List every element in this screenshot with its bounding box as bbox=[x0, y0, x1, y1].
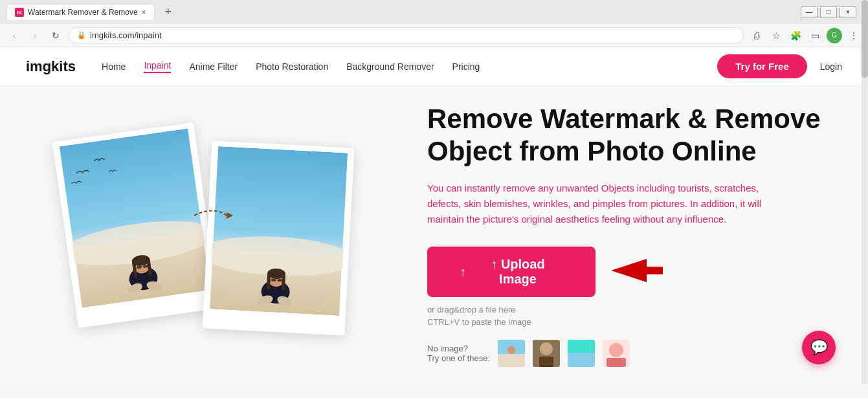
upload-btn-label: ↑ Upload Image bbox=[473, 257, 563, 287]
svg-rect-24 bbox=[271, 278, 276, 281]
hero-content: Remove Watermark & Remove Object from Ph… bbox=[401, 103, 842, 368]
profile-icon[interactable]: G bbox=[827, 28, 842, 43]
transition-arrow bbox=[191, 203, 236, 231]
login-link[interactable]: Login bbox=[820, 61, 842, 72]
scrollbar-thumb[interactable] bbox=[862, 0, 868, 78]
browser-tab[interactable]: IK Watermark Remover & Remove × bbox=[6, 4, 155, 20]
svg-rect-35 bbox=[568, 353, 595, 367]
browser-actions: ⎙ ☆ 🧩 ▭ G ⋮ bbox=[749, 28, 862, 43]
before-photo-svg bbox=[58, 128, 212, 308]
sample-thumb-2[interactable] bbox=[533, 340, 560, 367]
svg-marker-13 bbox=[227, 212, 233, 219]
nav-photo-restoration[interactable]: Photo Restoration bbox=[256, 61, 328, 72]
site-logo[interactable]: imgkits bbox=[26, 58, 76, 75]
nav-links: Home Inpaint Anime Filter Photo Restorat… bbox=[102, 60, 717, 73]
window-controls: — □ × bbox=[801, 6, 856, 18]
new-tab-btn[interactable]: + bbox=[160, 5, 177, 19]
nav-home[interactable]: Home bbox=[102, 61, 126, 72]
drag-drop-text: or drag&drop a file here bbox=[427, 305, 842, 315]
svg-point-30 bbox=[507, 346, 515, 354]
paste-text: CTRL+V to paste the image bbox=[427, 317, 842, 327]
sample-thumb-1[interactable] bbox=[498, 340, 525, 367]
red-arrow-indicator bbox=[611, 259, 663, 285]
sample-thumb-4[interactable] bbox=[603, 340, 630, 367]
after-photo-svg bbox=[208, 146, 349, 316]
sample-images-row: No image? Try one of these: bbox=[427, 340, 842, 367]
menu-icon[interactable]: ⋮ bbox=[846, 28, 862, 43]
navbar: imgkits Home Inpaint Anime Filter Photo … bbox=[0, 47, 868, 86]
bookmark-icon[interactable]: ☆ bbox=[768, 28, 784, 43]
minimize-btn[interactable]: — bbox=[801, 6, 818, 18]
sample-images-label: No image? Try one of these: bbox=[427, 344, 490, 363]
refresh-btn[interactable]: ↻ bbox=[48, 28, 63, 43]
tab-title: Watermark Remover & Remove bbox=[28, 8, 138, 17]
lock-icon: 🔒 bbox=[77, 31, 86, 39]
svg-point-32 bbox=[540, 342, 553, 355]
share-icon[interactable]: ⎙ bbox=[749, 28, 764, 43]
tab-close-btn[interactable]: × bbox=[142, 8, 146, 17]
hero-images bbox=[26, 105, 401, 364]
nav-anime[interactable]: Anime Filter bbox=[189, 61, 238, 72]
website-content: imgkits Home Inpaint Anime Filter Photo … bbox=[0, 47, 868, 384]
upload-image-button[interactable]: ↑ ↑ Upload Image bbox=[427, 247, 595, 297]
upload-arrow-icon: ↑ bbox=[460, 265, 466, 280]
extension-icon[interactable]: 🧩 bbox=[788, 28, 803, 43]
chat-support-button[interactable]: 💬 bbox=[802, 331, 836, 364]
hero-title: Remove Watermark & Remove Object from Ph… bbox=[427, 103, 842, 168]
nav-pricing[interactable]: Pricing bbox=[452, 61, 480, 72]
address-text: imgkits.com/inpaint bbox=[90, 30, 735, 40]
maximize-btn[interactable]: □ bbox=[820, 6, 837, 18]
nav-actions: Try for Free Login bbox=[717, 54, 842, 78]
page-scrollbar[interactable] bbox=[862, 0, 868, 384]
upload-btn-wrapper: ↑ ↑ Upload Image bbox=[427, 247, 842, 297]
forward-btn[interactable]: › bbox=[27, 28, 43, 43]
hero-subtitle: You can instantly remove any unwanted Ob… bbox=[427, 181, 790, 227]
hero-section: Remove Watermark & Remove Object from Ph… bbox=[0, 86, 868, 384]
after-photo-card bbox=[203, 140, 355, 335]
svg-rect-38 bbox=[606, 358, 626, 367]
svg-point-37 bbox=[609, 343, 623, 357]
svg-rect-33 bbox=[539, 357, 553, 367]
nav-inpaint[interactable]: Inpaint bbox=[144, 60, 171, 73]
svg-rect-29 bbox=[498, 354, 525, 367]
nav-bg-remover[interactable]: Background Remover bbox=[346, 61, 434, 72]
tab-favicon: IK bbox=[15, 8, 24, 17]
sideview-icon[interactable]: ▭ bbox=[807, 28, 823, 43]
sample-thumb-3[interactable] bbox=[568, 340, 595, 367]
chat-icon: 💬 bbox=[810, 339, 828, 356]
svg-marker-27 bbox=[611, 259, 663, 282]
address-bar[interactable]: 🔒 imgkits.com/inpaint bbox=[69, 27, 744, 43]
try-free-button[interactable]: Try for Free bbox=[717, 54, 807, 78]
back-btn[interactable]: ‹ bbox=[6, 28, 22, 43]
close-btn[interactable]: × bbox=[840, 6, 856, 18]
svg-rect-25 bbox=[277, 279, 282, 282]
